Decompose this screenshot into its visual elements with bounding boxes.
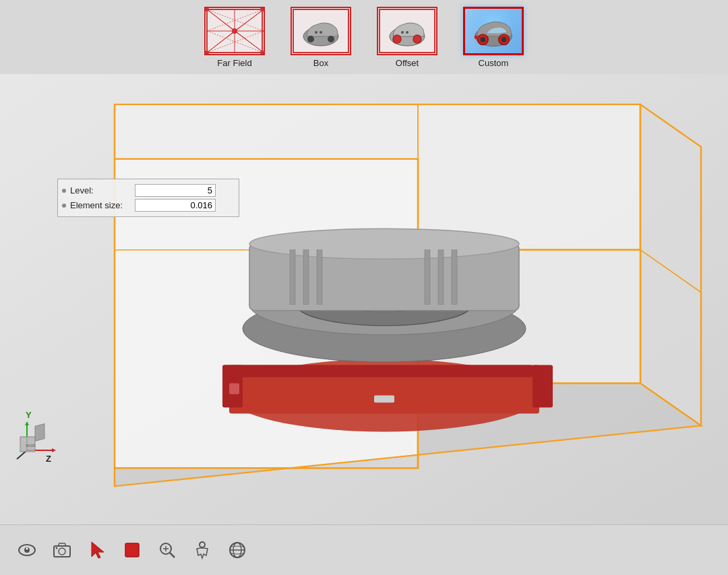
orientation-cube: Y REAR Z: [13, 410, 67, 464]
svg-rect-57: [290, 250, 295, 305]
level-label: Level:: [70, 185, 131, 195]
mesh-type-far-field[interactable]: Far Field: [202, 4, 268, 71]
svg-point-22: [315, 31, 317, 34]
camera-icon[interactable]: [49, 537, 75, 564]
visibility-icon[interactable]: [13, 537, 40, 564]
orientation-cube-svg: REAR: [13, 420, 61, 460]
svg-point-35: [502, 36, 507, 42]
svg-point-87: [200, 542, 205, 547]
mesh-type-custom[interactable]: Custom: [460, 4, 526, 71]
svg-point-80: [59, 548, 65, 555]
svg-rect-59: [317, 250, 322, 305]
svg-rect-66: [374, 396, 394, 403]
z-axis-label: Z: [46, 454, 51, 464]
svg-point-26: [393, 35, 401, 43]
svg-rect-65: [222, 365, 533, 377]
target-icon[interactable]: [119, 537, 146, 564]
mesh-type-offset[interactable]: Offset: [374, 4, 440, 71]
svg-rect-60: [425, 250, 430, 305]
mesh-type-box[interactable]: Box: [288, 4, 354, 71]
svg-marker-69: [25, 421, 29, 425]
level-row: Level:: [62, 184, 235, 197]
far-field-label: Far Field: [217, 58, 251, 68]
element-size-input[interactable]: [135, 199, 216, 212]
far-field-icon: [204, 7, 265, 55]
bottom-toolbar: [0, 524, 728, 575]
svg-point-17: [232, 28, 237, 34]
level-dot: [62, 189, 66, 193]
svg-rect-62: [452, 250, 457, 305]
3d-viewport[interactable]: Level: Element size: Y REAR Z: [0, 74, 728, 524]
y-axis-label: Y: [26, 410, 32, 420]
zoom-icon[interactable]: [154, 537, 181, 564]
element-size-dot: [62, 204, 66, 208]
svg-point-27: [413, 35, 421, 43]
element-size-row: Element size:: [62, 199, 235, 212]
level-input[interactable]: [135, 184, 216, 197]
viewport-scene: [0, 74, 728, 524]
svg-point-33: [480, 36, 485, 42]
svg-point-78: [26, 548, 28, 550]
custom-label: Custom: [479, 58, 509, 68]
svg-rect-74: [35, 424, 44, 442]
svg-rect-67: [229, 384, 239, 394]
svg-rect-36: [475, 35, 479, 38]
svg-rect-82: [125, 543, 139, 557]
properties-panel: Level: Element size:: [57, 179, 239, 217]
mesh-type-toolbar: Far Field Box: [0, 0, 728, 74]
svg-marker-71: [52, 448, 56, 452]
globe-icon[interactable]: [224, 537, 251, 564]
offset-label: Offset: [396, 58, 419, 68]
offset-icon: [377, 7, 437, 55]
svg-point-20: [307, 36, 314, 42]
svg-point-21: [328, 36, 334, 42]
svg-point-29: [406, 31, 408, 34]
figure-icon[interactable]: [189, 537, 216, 564]
svg-rect-58: [303, 250, 309, 305]
box-label: Box: [313, 58, 328, 68]
svg-line-84: [170, 553, 175, 557]
svg-text:REAR: REAR: [26, 444, 35, 448]
svg-rect-64: [533, 365, 553, 408]
box-icon: [291, 7, 351, 55]
select-icon[interactable]: [84, 537, 111, 564]
svg-marker-39: [640, 104, 701, 426]
svg-point-28: [401, 31, 404, 34]
svg-rect-61: [438, 250, 444, 305]
custom-icon: [463, 7, 524, 55]
svg-point-81: [56, 547, 58, 549]
svg-point-23: [320, 31, 322, 34]
element-size-label: Element size:: [70, 200, 131, 210]
